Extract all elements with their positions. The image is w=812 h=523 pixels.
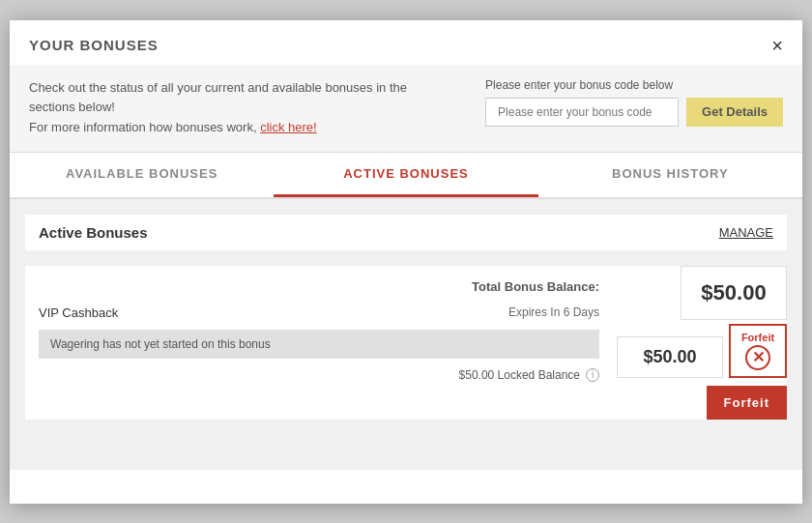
bonus-code-label: Please enter your bonus code below bbox=[485, 78, 783, 92]
close-button[interactable]: × bbox=[771, 36, 783, 55]
bonus-left-panel: Total Bonus Balance: VIP Cashback Expire… bbox=[25, 266, 613, 420]
tabs-bar: AVAILABLE BONUSES ACTIVE BONUSES BONUS H… bbox=[10, 153, 802, 199]
tab-bonus-history[interactable]: BONUS HISTORY bbox=[538, 153, 802, 197]
info-icon[interactable]: i bbox=[586, 368, 599, 382]
wagering-row: Wagering has not yet started on this bon… bbox=[39, 330, 599, 359]
tab-active-bonuses[interactable]: ACTIVE BONUSES bbox=[274, 153, 537, 197]
section-header: Active Bonuses MANAGE bbox=[25, 215, 787, 250]
vip-name: VIP Cashback bbox=[39, 305, 118, 320]
modal: YOUR BONUSES × Check out the status of a… bbox=[10, 20, 802, 504]
forfeit-small-button[interactable]: Forfeit ✕ bbox=[729, 324, 787, 378]
forfeit-main-button[interactable]: Forfeit bbox=[707, 386, 787, 420]
bonus-code-area: Please enter your bonus code below Get D… bbox=[485, 78, 783, 127]
locked-balance-text: $50.00 Locked Balance bbox=[459, 368, 580, 382]
wagering-text: Wagering has not yet started on this bon… bbox=[50, 337, 271, 351]
info-text-2: For more information how bonuses work, c… bbox=[29, 118, 456, 138]
content-area: Active Bonuses MANAGE Total Bonus Balanc… bbox=[10, 199, 802, 470]
locked-row: $50.00 Locked Balance i bbox=[39, 364, 599, 386]
modal-header: YOUR BONUSES × bbox=[10, 20, 802, 65]
forfeit-small-label: Forfeit bbox=[741, 332, 774, 343]
bonus-card: Total Bonus Balance: VIP Cashback Expire… bbox=[25, 266, 787, 420]
info-text-1: Check out the status of all your current… bbox=[29, 78, 456, 119]
total-row: Total Bonus Balance: bbox=[39, 272, 599, 302]
modal-top-bar: Check out the status of all your current… bbox=[10, 65, 802, 153]
info-text-block: Check out the status of all your current… bbox=[29, 78, 456, 138]
modal-title: YOUR BONUSES bbox=[29, 37, 159, 53]
bonus-amount-box: $50.00 bbox=[617, 336, 723, 378]
bonus-code-input[interactable] bbox=[485, 98, 679, 127]
expires-text: Expires In 6 Days bbox=[508, 305, 599, 319]
total-amount-box: $50.00 bbox=[681, 266, 787, 320]
section-title: Active Bonuses bbox=[39, 224, 148, 241]
get-details-button[interactable]: Get Details bbox=[686, 98, 783, 127]
tab-available-bonuses[interactable]: AVAILABLE BONUSES bbox=[10, 153, 274, 197]
bonus-amount-row: $50.00 Forfeit ✕ bbox=[617, 324, 787, 378]
click-here-link[interactable]: click here! bbox=[260, 120, 317, 134]
total-label: Total Bonus Balance: bbox=[472, 279, 599, 294]
vip-row: VIP Cashback Expires In 6 Days bbox=[39, 302, 599, 324]
bonus-right-panel: $50.00 $50.00 Forfeit ✕ Forfeit bbox=[613, 266, 787, 420]
forfeit-x-icon: ✕ bbox=[745, 345, 770, 370]
bonus-code-row: Get Details bbox=[485, 98, 783, 127]
manage-link[interactable]: MANAGE bbox=[719, 225, 773, 240]
